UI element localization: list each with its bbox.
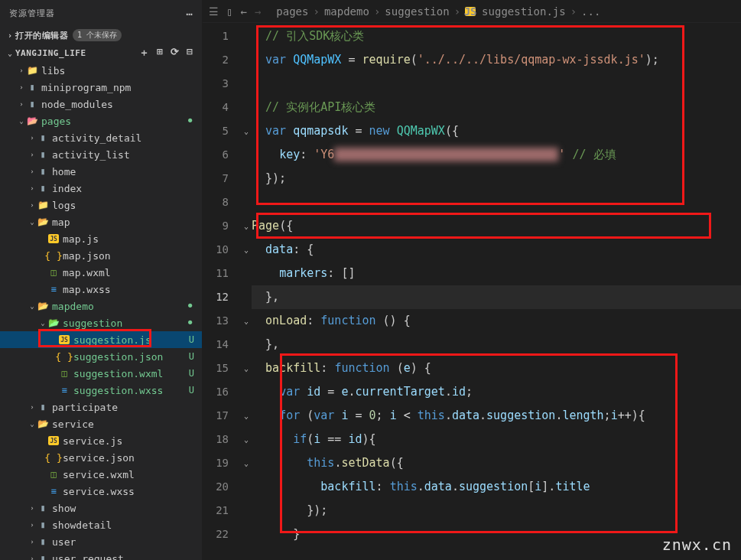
fold-icon[interactable]: ⌄ <box>241 119 252 143</box>
fold-icon[interactable] <box>241 523 252 546</box>
tree-folder[interactable]: ›▮participate <box>0 399 202 415</box>
fold-icon[interactable] <box>241 499 252 523</box>
nav-back-icon[interactable]: ← <box>240 5 246 18</box>
code-line[interactable]: key: 'Y6XX - XXXXX XXXXX XXXXX X XXXXX' … <box>252 143 741 167</box>
project-section[interactable]: ⌄ YANGJING_LIFE ＋ ⊞ ⟳ ⊟ <box>0 44 202 62</box>
tree-file[interactable]: JSsuggestion.jsU <box>0 331 202 348</box>
fold-icon[interactable]: ⌄ <box>241 451 252 475</box>
breadcrumb-segment[interactable]: suggestion.js <box>482 5 566 18</box>
tree-folder[interactable]: ›▮activity_list <box>0 146 202 163</box>
breadcrumb-segment[interactable]: mapdemo <box>324 5 369 18</box>
fold-column[interactable]: ⌄⌄⌄⌄⌄⌄⌄⌄ <box>241 23 252 560</box>
code-line[interactable]: for (var i = 0; i < this.data.suggestion… <box>252 404 741 428</box>
tree-file[interactable]: ◫map.wxml <box>0 264 202 281</box>
new-file-icon[interactable]: ＋ <box>139 46 149 60</box>
code-line[interactable] <box>252 190 741 214</box>
tree-folder[interactable]: ›▮user_request <box>0 550 202 560</box>
fold-icon[interactable]: ⌄ <box>241 214 252 238</box>
code-line[interactable]: Page({ <box>252 214 741 238</box>
tree-item-label: user <box>52 536 76 548</box>
bookmark-icon[interactable]: ▯ <box>226 5 232 18</box>
refresh-icon[interactable]: ⟳ <box>171 46 179 60</box>
code-line[interactable]: }, <box>252 285 741 309</box>
code-line[interactable]: var qqmapsdk = new QQMapWX({ <box>252 119 741 143</box>
breadcrumb-segment[interactable]: ... <box>581 5 600 18</box>
code-line[interactable]: // 实例化API核心类 <box>252 96 741 119</box>
code-line[interactable]: }, <box>252 333 741 357</box>
code-line[interactable]: if(i == id){ <box>252 428 741 451</box>
tree-file[interactable]: { }suggestion.jsonU <box>0 348 202 365</box>
code-line[interactable]: }); <box>252 499 741 523</box>
fold-icon[interactable] <box>241 190 252 214</box>
open-editors-section[interactable]: › 打开的编辑器 1 个未保存 <box>0 27 202 44</box>
line-number: 13 <box>203 309 229 333</box>
code-line[interactable]: backfill: this.data.suggestion[i].title <box>252 475 741 499</box>
code-line[interactable]: var id = e.currentTarget.id; <box>252 380 741 404</box>
code-area[interactable]: // 引入SDK核心类 var QQMapWX = require('../..… <box>252 23 741 560</box>
fold-icon[interactable]: ⌄ <box>241 238 252 262</box>
breadcrumb-segment[interactable]: suggestion <box>385 5 449 18</box>
code-line[interactable]: markers: [] <box>252 262 741 285</box>
tree-item-label: showdetail <box>52 519 112 531</box>
tree-folder[interactable]: ›▮user <box>0 533 202 550</box>
breadcrumb[interactable]: pages›mapdemo›suggestion›JSsuggestion.js… <box>276 5 600 18</box>
tree-folder[interactable]: ›▮activity_detail <box>0 129 202 146</box>
fold-icon[interactable] <box>241 48 252 72</box>
code-line[interactable]: onLoad: function () { <box>252 309 741 333</box>
tree-item-label: map.json <box>63 250 111 262</box>
tree-folder[interactable]: ⌄📂pages• <box>0 112 202 129</box>
fold-icon[interactable]: ⌄ <box>241 357 252 380</box>
fold-icon[interactable] <box>241 72 252 96</box>
tree-folder[interactable]: ›▮showdetail <box>0 516 202 533</box>
tree-folder[interactable]: ⌄📂service <box>0 415 202 432</box>
fold-icon[interactable] <box>241 380 252 404</box>
collapse-icon[interactable]: ⊟ <box>187 46 193 60</box>
tree-file[interactable]: ≡service.wxss <box>0 483 202 500</box>
tree-folder[interactable]: ›▮index <box>0 180 202 197</box>
tree-folder[interactable]: ⌄📂mapdemo• <box>0 298 202 314</box>
fold-icon[interactable]: ⌄ <box>241 309 252 333</box>
fold-icon[interactable] <box>241 333 252 357</box>
tree-folder[interactable]: ›▮miniprogram_npm <box>0 79 202 96</box>
fold-icon[interactable] <box>241 96 252 119</box>
more-actions-icon[interactable]: ⋯ <box>187 8 193 20</box>
line-number: 11 <box>203 262 229 285</box>
tree-file[interactable]: { }service.json <box>0 449 202 466</box>
fold-icon[interactable] <box>241 143 252 167</box>
fold-icon[interactable] <box>241 262 252 285</box>
fold-icon[interactable]: ⌄ <box>241 404 252 428</box>
tree-folder[interactable]: ›▮node_modules <box>0 96 202 112</box>
fold-icon[interactable] <box>241 167 252 190</box>
line-number: 2 <box>203 48 229 72</box>
fold-icon[interactable] <box>241 475 252 499</box>
tree-folder[interactable]: ›📁libs <box>0 62 202 79</box>
tree-folder[interactable]: ›▮home <box>0 163 202 180</box>
toggle-panel-icon[interactable]: ☰ <box>209 5 219 18</box>
code-line[interactable]: }); <box>252 167 741 190</box>
new-folder-icon[interactable]: ⊞ <box>157 46 163 60</box>
code-line[interactable]: this.setData({ <box>252 451 741 475</box>
tree-file[interactable]: ◫service.wxml <box>0 466 202 483</box>
code-line[interactable]: backfill: function (e) { <box>252 357 741 380</box>
code-line[interactable]: // 引入SDK核心类 <box>252 24 741 48</box>
breadcrumb-segment[interactable]: pages <box>276 5 308 18</box>
tree-folder[interactable]: ›📁logs <box>0 197 202 213</box>
tree-file[interactable]: JSservice.js <box>0 432 202 449</box>
nav-forward-icon[interactable]: → <box>255 5 261 18</box>
code-line[interactable] <box>252 72 741 96</box>
line-number: 7 <box>203 167 229 190</box>
code-editor[interactable]: 12345678910111213141516171819202122 ⌄⌄⌄⌄… <box>203 23 741 560</box>
code-line[interactable]: var QQMapWX = require('../../../libs/qqm… <box>252 48 741 72</box>
tree-file[interactable]: ≡suggestion.wxssU <box>0 382 202 399</box>
tree-folder[interactable]: ⌄📂map <box>0 213 202 230</box>
code-line[interactable]: data: { <box>252 238 741 262</box>
tree-file[interactable]: ◫suggestion.wxmlU <box>0 365 202 382</box>
tree-folder[interactable]: ›▮show <box>0 500 202 516</box>
tree-file[interactable]: ≡map.wxss <box>0 281 202 298</box>
fold-icon[interactable] <box>241 24 252 48</box>
tree-folder[interactable]: ⌄📂suggestion• <box>0 314 202 331</box>
fold-icon[interactable] <box>241 285 252 309</box>
tree-file[interactable]: { }map.json <box>0 247 202 264</box>
fold-icon[interactable]: ⌄ <box>241 428 252 451</box>
tree-file[interactable]: JSmap.js <box>0 230 202 247</box>
